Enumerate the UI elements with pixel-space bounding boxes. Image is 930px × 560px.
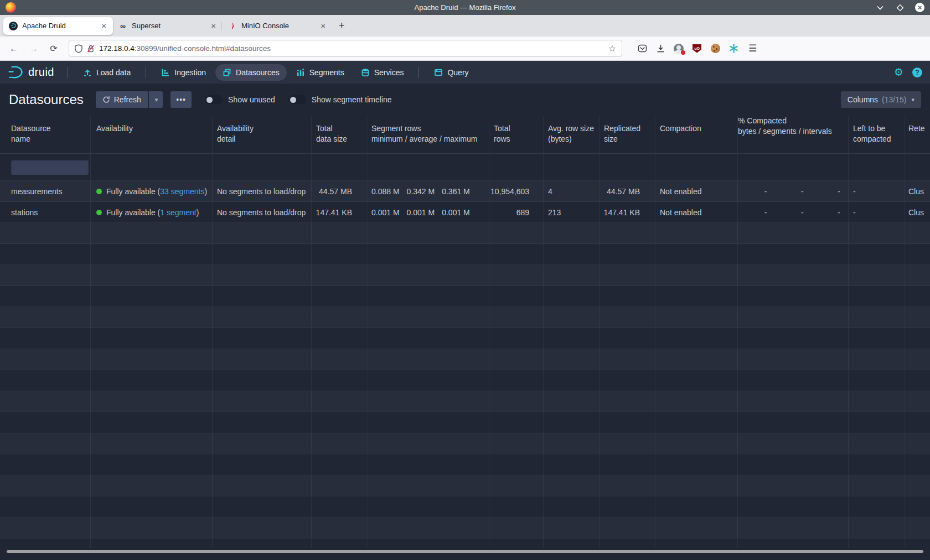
table-filter-row [0,154,930,181]
tracking-protection-shield-icon[interactable] [75,44,82,53]
segments-icon [296,68,305,77]
tab-title: MinIO Console [241,22,315,30]
table-row-empty [0,538,930,548]
show-unused-toggle[interactable] [205,95,223,104]
nav-services[interactable]: Services [354,64,411,81]
reload-button[interactable]: ⟳ [45,40,62,57]
replicated-size-cell: 147.41 KB [600,202,655,222]
total-rows-cell: 10,954,603 [489,181,544,201]
availability-detail-cell: No segments to load/drop [213,181,312,201]
help-icon[interactable]: ? [912,68,922,77]
segment-rows-cell: 0.088 M0.342 M0.361 M [368,181,489,201]
druid-brand-text: druid [28,66,54,79]
horizontal-scrollbar[interactable] [7,550,923,553]
datasource-name-cell[interactable]: measurements [0,181,91,201]
show-segment-timeline-toggle[interactable] [288,95,306,104]
caret-down-icon: ▾ [911,96,914,103]
fully-available-dot-icon [96,210,102,215]
firefox-icon [6,2,16,13]
url-text[interactable]: 172.18.0.4:30899/unified-console.html#da… [99,44,604,53]
pocket-icon[interactable] [637,43,648,54]
column-header-total-data-size[interactable]: Totaldata size [312,116,368,153]
table-body: measurements Fully available (33 segment… [0,181,930,548]
left-to-be-compacted-cell: - [849,202,905,222]
nav-ingestion[interactable]: Ingestion [154,64,213,81]
back-button[interactable]: ← [6,40,22,57]
columns-picker-button[interactable]: Columns (13/15) ▾ [841,91,921,108]
window-close-icon[interactable]: × [915,3,924,12]
page-header: Datasources Refresh ▾ ••• Show unused Sh… [0,84,930,116]
table-row-empty [0,517,930,538]
window-titlebar: Apache Druid — Mozilla Firefox × [0,0,930,15]
total-data-size-cell: 147.41 KB [312,202,368,222]
nav-datasources[interactable]: Datasources [215,64,287,81]
segments-count-link[interactable]: 1 segment [160,208,196,217]
druid-favicon [9,22,18,30]
more-actions-button[interactable]: ••• [170,91,192,108]
sparkle-extension-icon[interactable] [728,43,739,54]
nav-load-data[interactable]: Load data [76,64,138,81]
column-header-segment-rows[interactable]: Segment rowsminimum / average / maximum [368,116,489,153]
compaction-cell: Not enabled [655,202,738,222]
datasources-icon [223,68,231,77]
percent-compacted-cell: --- [738,202,849,222]
tab-bar: Apache Druid × ∞ Superset × MinIO Consol… [0,15,930,37]
nav-segments[interactable]: Segments [289,64,352,81]
tab-apache-druid[interactable]: Apache Druid × [3,17,113,35]
column-header-availability-detail[interactable]: Availabilitydetail [213,116,312,153]
column-header-total-rows[interactable]: Totalrows [489,116,544,153]
bookmark-star-icon[interactable]: ☆ [608,43,616,54]
table-row-stations[interactable]: stations Fully available (1 segment) No … [0,202,930,223]
tab-title: Superset [132,22,205,30]
table-row-empty [0,370,930,391]
datasource-name-filter-input[interactable] [11,160,89,175]
column-header-percent-compacted[interactable]: % Compactedbytes / segments / intervals [738,116,849,153]
window-minimize-icon[interactable] [875,3,885,13]
retention-cell: Clus [905,202,930,222]
load-data-icon [83,68,92,77]
window-maximize-icon[interactable] [895,3,905,13]
column-header-compaction[interactable]: Compaction [655,116,738,153]
refresh-interval-caret-button[interactable]: ▾ [149,91,163,108]
datasource-name-cell[interactable]: stations [0,202,91,222]
left-to-be-compacted-cell: - [849,181,905,201]
segments-count-link[interactable]: 33 segments [160,187,204,196]
column-header-avg-row-size[interactable]: Avg. row size(bytes) [544,116,600,153]
refresh-button[interactable]: Refresh [96,91,148,108]
column-header-datasource-name[interactable]: Datasourcename [0,116,91,153]
table-row-measurements[interactable]: measurements Fully available (33 segment… [0,181,930,202]
settings-gear-icon[interactable]: ⚙ [894,66,903,79]
cookie-extension-icon[interactable] [710,43,721,54]
nav-query[interactable]: Query [427,64,476,81]
account-extension-icon[interactable] [673,43,684,54]
extension-strip: uO ☰ [637,43,759,54]
datasources-table: Datasourcename Availability Availability… [0,116,930,548]
column-header-retention[interactable]: Rete [905,116,930,153]
column-header-replicated-size[interactable]: Replicatedsize [600,116,655,153]
table-header-row: Datasourcename Availability Availability… [0,116,930,154]
druid-logo[interactable]: druid [8,65,54,80]
tab-close-icon[interactable]: × [210,21,217,30]
avg-row-size-cell: 4 [544,181,600,201]
column-header-availability[interactable]: Availability [91,116,213,153]
availability-cell: Fully available (33 segments) [91,181,213,201]
new-tab-button[interactable]: + [332,20,352,32]
total-rows-cell: 689 [489,202,544,222]
tab-close-icon[interactable]: × [319,21,327,30]
availability-cell: Fully available (1 segment) [91,202,213,222]
table-row-empty [0,475,930,496]
downloads-icon[interactable] [655,43,666,54]
caret-down-icon: ▾ [155,96,158,103]
insecure-lock-icon[interactable] [87,44,95,53]
segment-rows-cell: 0.001 M0.001 M0.001 M [368,202,489,222]
replicated-size-cell: 44.57 MB [600,181,655,201]
forward-button[interactable]: → [25,40,42,57]
menu-hamburger-icon[interactable]: ☰ [748,43,757,54]
tab-title: Apache Druid [22,22,96,30]
ublock-origin-icon[interactable]: uO [691,43,702,54]
column-header-left-to-be-compacted[interactable]: Left to becompacted [849,116,905,153]
tab-minio-console[interactable]: MinIO Console × [223,17,332,35]
tab-superset[interactable]: ∞ Superset × [113,17,223,35]
url-bar[interactable]: 172.18.0.4:30899/unified-console.html#da… [69,40,622,57]
tab-close-icon[interactable]: × [100,21,107,30]
